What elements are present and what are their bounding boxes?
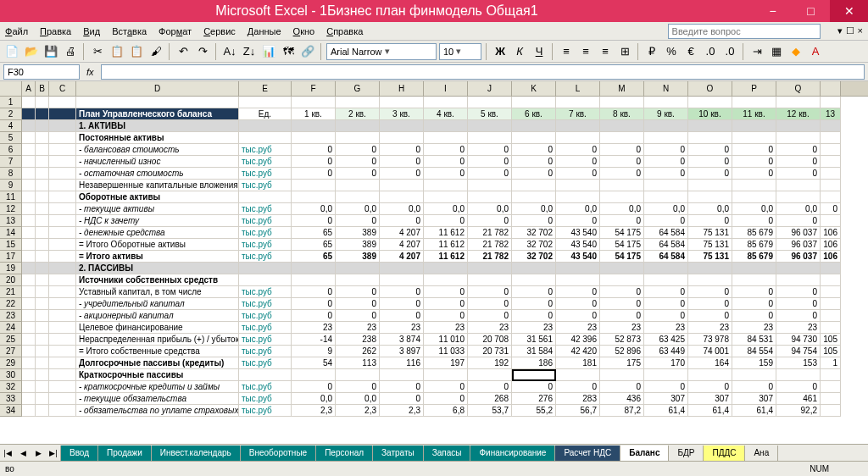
cell[interactable] <box>22 108 36 120</box>
cell[interactable]: 0 <box>600 215 644 227</box>
cell[interactable] <box>644 274 688 286</box>
menu-view[interactable]: Вид <box>83 26 100 36</box>
cell[interactable] <box>821 191 841 203</box>
row-header[interactable]: 8 <box>0 168 22 180</box>
cell[interactable]: 0 <box>776 310 821 322</box>
cell[interactable]: 0 <box>424 168 468 180</box>
column-headers[interactable]: ABCDEFGHIJKLMNOPQ <box>0 81 868 97</box>
cell[interactable] <box>600 120 644 132</box>
cell[interactable] <box>22 357 36 369</box>
cell[interactable]: 0 <box>556 168 600 180</box>
cell[interactable]: = Итого активы <box>76 251 239 263</box>
underline-icon[interactable]: Ч <box>531 43 548 60</box>
cell[interactable] <box>424 120 468 132</box>
cell[interactable]: 0 <box>292 215 336 227</box>
cell[interactable] <box>36 334 49 346</box>
cell[interactable]: 106 <box>821 227 841 239</box>
cell[interactable]: 0 <box>380 144 424 156</box>
row-header[interactable]: 2 <box>0 108 22 120</box>
cell[interactable] <box>49 180 76 191</box>
cell[interactable] <box>776 120 821 132</box>
cell[interactable] <box>292 263 336 274</box>
cell[interactable] <box>239 191 292 203</box>
cell[interactable]: 0 <box>776 286 821 298</box>
align-left-icon[interactable]: ≡ <box>558 43 575 60</box>
cell[interactable]: 52 873 <box>600 334 644 346</box>
cell[interactable]: 87,2 <box>600 405 644 417</box>
cell[interactable] <box>512 97 556 108</box>
cell[interactable] <box>776 132 821 144</box>
cell[interactable]: 389 <box>336 251 380 263</box>
cell[interactable]: - текущие активы <box>76 203 239 215</box>
cell[interactable] <box>36 405 49 417</box>
cell[interactable]: 32 702 <box>512 227 556 239</box>
cell[interactable] <box>600 274 644 286</box>
cell[interactable]: 0 <box>644 215 688 227</box>
open-icon[interactable]: 📂 <box>23 43 40 60</box>
sheet-tab-Продажи[interactable]: Продажи <box>97 446 152 461</box>
cell[interactable] <box>36 357 49 369</box>
cell[interactable]: 105 <box>821 346 841 357</box>
cell[interactable] <box>644 180 688 191</box>
cell[interactable]: 0 <box>556 144 600 156</box>
cell[interactable]: 65 <box>292 227 336 239</box>
cell[interactable] <box>36 180 49 191</box>
row-header[interactable]: 27 <box>0 346 22 357</box>
fx-label[interactable]: fx <box>86 67 94 77</box>
cell[interactable]: - текущие обязательства <box>76 393 239 405</box>
cell[interactable] <box>688 132 732 144</box>
cell[interactable] <box>49 168 76 180</box>
cell[interactable]: 42 420 <box>556 346 600 357</box>
cell[interactable] <box>512 132 556 144</box>
cell[interactable]: 0,0 <box>512 203 556 215</box>
cell[interactable]: 2. ПАССИВЫ <box>76 263 239 274</box>
cell[interactable] <box>600 263 644 274</box>
row-header[interactable]: 1 <box>0 97 22 108</box>
cell[interactable] <box>22 334 36 346</box>
cell[interactable] <box>36 120 49 132</box>
cell[interactable] <box>821 286 841 298</box>
doc-minimize-icon[interactable]: ▾ <box>837 25 843 36</box>
cell[interactable]: 0 <box>336 298 380 310</box>
cell[interactable]: 0 <box>424 381 468 393</box>
row-header[interactable]: 34 <box>0 405 22 417</box>
cell[interactable]: 153 <box>776 357 821 369</box>
menu-edit[interactable]: Правка <box>40 26 71 36</box>
cell[interactable]: 159 <box>732 357 776 369</box>
sheet-tab-Финансирование[interactable]: Финансирование <box>470 446 555 461</box>
cell[interactable]: Постоянные активы <box>76 132 239 144</box>
cell[interactable]: 0 <box>644 156 688 168</box>
maximize-button[interactable]: □ <box>792 0 830 22</box>
cell[interactable]: тыс.руб <box>239 322 292 334</box>
cell[interactable]: 0 <box>644 168 688 180</box>
cell[interactable]: 0 <box>600 168 644 180</box>
cell[interactable]: 53,7 <box>468 405 512 417</box>
cell[interactable] <box>36 274 49 286</box>
cell[interactable] <box>36 263 49 274</box>
cell[interactable] <box>556 369 600 381</box>
cell[interactable] <box>22 369 36 381</box>
cell[interactable]: 0,0 <box>336 393 380 405</box>
cell[interactable] <box>49 310 76 322</box>
cell[interactable] <box>22 405 36 417</box>
bold-icon[interactable]: Ж <box>492 43 509 60</box>
cell[interactable] <box>49 227 76 239</box>
row-header[interactable]: 17 <box>0 251 22 263</box>
cell[interactable]: 0 <box>776 298 821 310</box>
cell[interactable]: 0 <box>380 310 424 322</box>
cell[interactable] <box>49 334 76 346</box>
cell[interactable]: 0 <box>292 381 336 393</box>
cell[interactable]: 0,0 <box>336 203 380 215</box>
cell[interactable] <box>239 97 292 108</box>
cell[interactable] <box>424 263 468 274</box>
row-header[interactable]: 6 <box>0 144 22 156</box>
menu-data[interactable]: Данные <box>248 26 281 36</box>
cell[interactable]: 10 кв. <box>688 108 732 120</box>
cell[interactable] <box>600 191 644 203</box>
cell[interactable]: 94 754 <box>776 346 821 357</box>
cell[interactable]: 0,0 <box>600 203 644 215</box>
cell[interactable]: тыс.руб <box>239 346 292 357</box>
cell[interactable]: 0,0 <box>292 393 336 405</box>
cell[interactable] <box>36 286 49 298</box>
cell[interactable]: 6,8 <box>424 405 468 417</box>
